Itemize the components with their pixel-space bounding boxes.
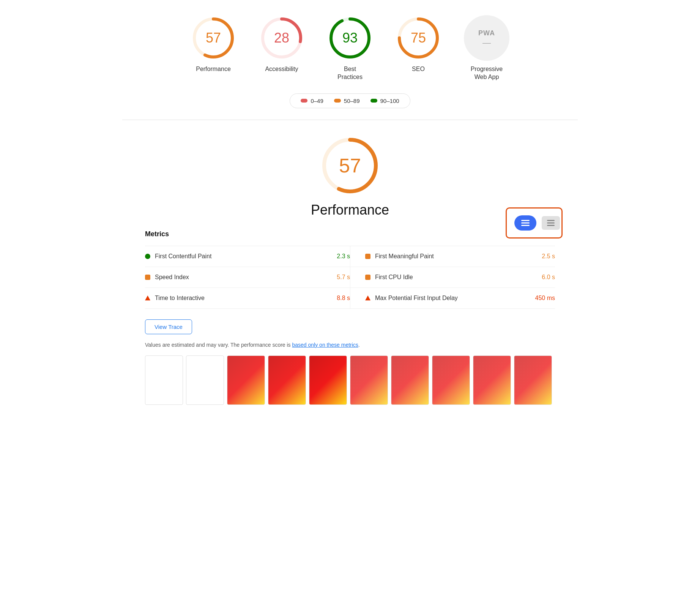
pwa-dash: — (482, 39, 491, 47)
legend-dot-fail (301, 99, 307, 103)
filmstrip (145, 355, 555, 409)
si-value: 5.7 s (337, 274, 350, 281)
disclaimer-link[interactable]: based only on these metrics (292, 342, 358, 348)
svg-rect-13 (547, 220, 555, 221)
metric-row-mpfid: Max Potential First Input Delay 450 ms (350, 288, 555, 309)
fci-icon (365, 275, 370, 280)
filmstrip-item (473, 355, 511, 405)
score-label-seo: SEO (412, 65, 425, 73)
legend-dot-average (334, 99, 341, 103)
filmstrip-item (227, 355, 265, 405)
score-circle-performance: 57 (191, 15, 236, 61)
svg-rect-10 (521, 220, 530, 221)
score-item-pwa[interactable]: PWA — ProgressiveWeb App (464, 15, 509, 81)
view-trace-button[interactable]: View Trace (145, 319, 192, 334)
score-label-accessibility: Accessibility (265, 65, 298, 73)
score-item-seo[interactable]: 75 SEO (396, 15, 441, 73)
tti-name: Time to Interactive (155, 295, 332, 302)
tti-icon (145, 295, 150, 300)
metric-row-si: Speed Index 5.7 s (145, 267, 350, 288)
legend-range-pass: 90–100 (380, 98, 399, 104)
perf-score-center: 57 Performance (145, 135, 555, 218)
detail-icon (547, 220, 555, 226)
metric-row-fci: First CPU Idle 6.0 s (350, 267, 555, 288)
score-value-seo: 75 (411, 30, 426, 46)
filmstrip-item (350, 355, 388, 405)
score-circle-best-practices: 93 (327, 15, 373, 61)
fcp-icon (145, 254, 150, 259)
pwa-badge-text: PWA (478, 29, 495, 37)
tti-value: 8.8 s (337, 295, 350, 302)
filmstrip-item (514, 355, 552, 405)
metrics-container: Metrics F (145, 230, 555, 309)
mpfid-value: 450 ms (535, 295, 555, 302)
fmp-name: First Meaningful Paint (375, 253, 537, 260)
scores-section: 57 Performance 28 Accessibility (122, 0, 578, 120)
scores-row: 57 Performance 28 Accessibility (191, 15, 509, 81)
mpfid-icon (365, 295, 370, 300)
svg-rect-11 (521, 222, 530, 223)
filmstrip-item (391, 355, 429, 405)
score-item-accessibility[interactable]: 28 Accessibility (259, 15, 304, 73)
disclaimer-end: . (358, 342, 360, 348)
score-label-best-practices: BestPractices (337, 65, 363, 81)
metrics-grid: First Contentful Paint 2.3 s First Meani… (145, 246, 555, 309)
toggle-btn-summary[interactable] (514, 215, 536, 231)
legend-dot-pass (370, 99, 377, 103)
fmp-value: 2.5 s (542, 253, 555, 260)
legend-item-average: 50–89 (334, 98, 360, 104)
filmstrip-item (309, 355, 347, 405)
fmp-icon (365, 254, 370, 259)
si-name: Speed Index (155, 274, 332, 281)
disclaimer: Values are estimated and may vary. The p… (145, 342, 555, 348)
summary-icon (521, 220, 530, 226)
score-item-performance[interactable]: 57 Performance (191, 15, 236, 73)
pwa-circle: PWA — (464, 15, 509, 61)
legend: 0–49 50–89 90–100 (290, 93, 410, 108)
svg-rect-15 (547, 225, 555, 226)
performance-section: 57 Performance Metrics (122, 120, 578, 424)
perf-score-value: 57 (339, 154, 361, 177)
fcp-value: 2.3 s (337, 253, 350, 260)
metrics-header: Metrics (145, 230, 555, 238)
perf-title: Performance (311, 202, 389, 218)
metric-row-tti: Time to Interactive 8.8 s (145, 288, 350, 309)
score-label-performance: Performance (196, 65, 231, 73)
toggle-widget[interactable] (506, 207, 563, 239)
filmstrip-item (186, 355, 224, 405)
disclaimer-text: Values are estimated and may vary. The p… (145, 342, 292, 348)
fcp-name: First Contentful Paint (155, 253, 332, 260)
filmstrip-item (432, 355, 470, 405)
metric-row-fmp: First Meaningful Paint 2.5 s (350, 246, 555, 267)
score-value-accessibility: 28 (274, 30, 289, 46)
filmstrip-item (268, 355, 306, 405)
metric-row-fcp: First Contentful Paint 2.3 s (145, 246, 350, 267)
legend-item-pass: 90–100 (370, 98, 399, 104)
perf-score-large: 57 (320, 135, 380, 196)
filmstrip-item (145, 355, 183, 405)
legend-range-fail: 0–49 (311, 98, 323, 104)
mpfid-name: Max Potential First Input Delay (375, 295, 531, 302)
score-item-best-practices[interactable]: 93 BestPractices (327, 15, 373, 81)
legend-range-average: 50–89 (344, 98, 360, 104)
svg-rect-14 (547, 222, 555, 223)
svg-rect-12 (521, 225, 530, 226)
legend-item-fail: 0–49 (301, 98, 323, 104)
score-circle-seo: 75 (396, 15, 441, 61)
score-circle-accessibility: 28 (259, 15, 304, 61)
score-label-pwa: ProgressiveWeb App (471, 65, 503, 81)
fci-name: First CPU Idle (375, 274, 537, 281)
fci-value: 6.0 s (542, 274, 555, 281)
toggle-btn-detail[interactable] (542, 216, 560, 230)
score-value-best-practices: 93 (342, 30, 358, 46)
si-icon (145, 275, 150, 280)
score-value-performance: 57 (206, 30, 221, 46)
